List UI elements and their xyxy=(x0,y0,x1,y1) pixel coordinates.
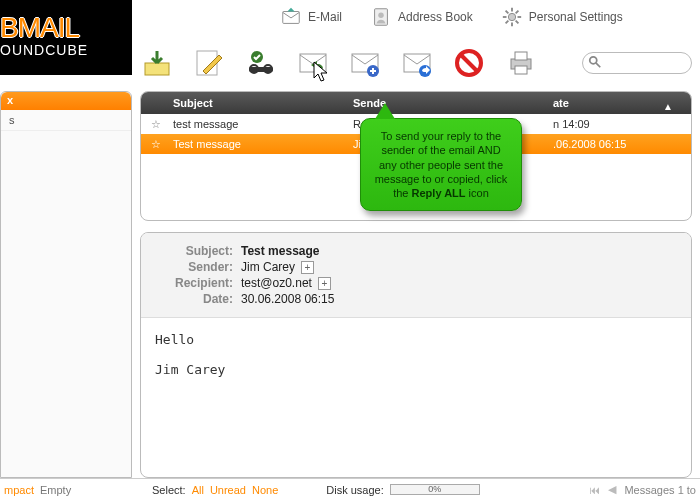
list-header: Subject Sende ate ▲ xyxy=(141,92,691,114)
delete-button[interactable] xyxy=(452,46,486,80)
page-first-icon[interactable]: ⏮ xyxy=(589,484,600,496)
star-icon[interactable]: ☆ xyxy=(141,118,163,131)
top-nav: E-Mail Address Book Personal Settings xyxy=(280,6,692,28)
tutorial-callout: To send your reply to the sender of the … xyxy=(360,118,522,211)
callout-bold: Reply ALL xyxy=(412,187,466,199)
add-recipient-contact-button[interactable]: + xyxy=(318,277,331,290)
row-date: .06.2008 06:15 xyxy=(543,138,691,150)
label-recipient: Recipient: xyxy=(141,276,241,290)
reply-button[interactable] xyxy=(296,46,330,80)
label-date: Date: xyxy=(141,292,241,306)
svg-rect-26 xyxy=(515,52,527,60)
preview-date: 30.06.2008 06:15 xyxy=(241,292,334,306)
search-box xyxy=(582,52,692,74)
label-subject: Subject: xyxy=(141,244,241,258)
status-bar: mpact Empty Select: All Unread None Disk… xyxy=(0,478,700,500)
preview-pane: Subject: Test message Sender: Jim Carey … xyxy=(140,232,692,478)
disk-usage-bar: 0% xyxy=(390,484,480,495)
nav-email[interactable]: E-Mail xyxy=(280,6,342,28)
row-subject: Test message xyxy=(163,138,343,150)
svg-line-29 xyxy=(596,63,600,67)
addressbook-icon xyxy=(370,6,392,28)
select-unread[interactable]: Unread xyxy=(210,484,246,496)
preview-subject: Test message xyxy=(241,244,320,258)
svg-rect-12 xyxy=(145,63,169,75)
disk-usage-pct: 0% xyxy=(391,484,479,494)
svg-point-2 xyxy=(378,12,384,18)
sort-indicator-icon: ▲ xyxy=(663,101,673,112)
search-icon xyxy=(588,55,602,69)
col-date[interactable]: ate ▲ xyxy=(543,97,691,109)
preview-body: Hello Jim Carey xyxy=(141,318,691,391)
folder-item[interactable]: s xyxy=(1,110,131,131)
disk-usage-label: Disk usage: xyxy=(326,484,383,496)
reply-icon xyxy=(297,47,329,79)
add-sender-contact-button[interactable]: + xyxy=(301,261,314,274)
nav-addressbook-label: Address Book xyxy=(398,10,473,24)
svg-line-8 xyxy=(505,11,508,14)
forward-icon xyxy=(401,47,433,79)
svg-rect-27 xyxy=(515,66,527,74)
svg-line-9 xyxy=(515,21,518,24)
svg-rect-15 xyxy=(249,67,273,72)
row-subject: test message xyxy=(163,118,343,130)
col-sender[interactable]: Sende xyxy=(343,97,543,109)
label-sender: Sender: xyxy=(141,260,241,274)
compact-link[interactable]: mpact xyxy=(4,484,34,496)
inbox-download-icon xyxy=(141,47,173,79)
empty-link[interactable]: Empty xyxy=(40,484,71,496)
select-label: Select: xyxy=(152,484,186,496)
select-none[interactable]: None xyxy=(252,484,278,496)
mark-button[interactable] xyxy=(244,46,278,80)
row-date: n 14:09 xyxy=(543,118,691,130)
forward-button[interactable] xyxy=(400,46,434,80)
select-all[interactable]: All xyxy=(192,484,204,496)
reply-all-icon xyxy=(349,47,381,79)
compose-button[interactable] xyxy=(192,46,226,80)
mail-icon xyxy=(280,6,302,28)
folder-header: x xyxy=(1,92,131,110)
preview-sender: Jim Carey xyxy=(241,260,295,274)
gear-icon xyxy=(501,6,523,28)
compose-icon xyxy=(193,47,225,79)
star-icon[interactable]: ☆ xyxy=(141,138,163,151)
page-prev-icon[interactable]: ◀ xyxy=(608,483,616,496)
reply-all-button[interactable] xyxy=(348,46,382,80)
toolbar xyxy=(140,40,692,86)
nav-addressbook[interactable]: Address Book xyxy=(370,6,473,28)
col-subject[interactable]: Subject xyxy=(163,97,343,109)
logo-line2: OUNDCUBE xyxy=(0,42,88,58)
svg-point-28 xyxy=(590,57,597,64)
mark-read-icon xyxy=(245,47,277,79)
svg-line-24 xyxy=(461,55,477,71)
svg-line-11 xyxy=(515,11,518,14)
delete-icon xyxy=(453,47,485,79)
nav-settings-label: Personal Settings xyxy=(529,10,623,24)
nav-settings[interactable]: Personal Settings xyxy=(501,6,623,28)
pager-text: Messages 1 to xyxy=(624,484,696,496)
preview-header: Subject: Test message Sender: Jim Carey … xyxy=(141,233,691,318)
svg-point-3 xyxy=(508,13,515,20)
logo-line1: BMAIL xyxy=(0,17,79,39)
nav-email-label: E-Mail xyxy=(308,10,342,24)
callout-post: icon xyxy=(466,187,489,199)
svg-line-10 xyxy=(505,21,508,24)
svg-rect-18 xyxy=(300,54,326,72)
logo: BMAIL OUNDCUBE xyxy=(0,0,132,75)
print-icon xyxy=(505,47,537,79)
print-button[interactable] xyxy=(504,46,538,80)
check-mail-button[interactable] xyxy=(140,46,174,80)
preview-recipient: test@oz0.net xyxy=(241,276,312,290)
folder-panel: x s xyxy=(0,91,132,478)
